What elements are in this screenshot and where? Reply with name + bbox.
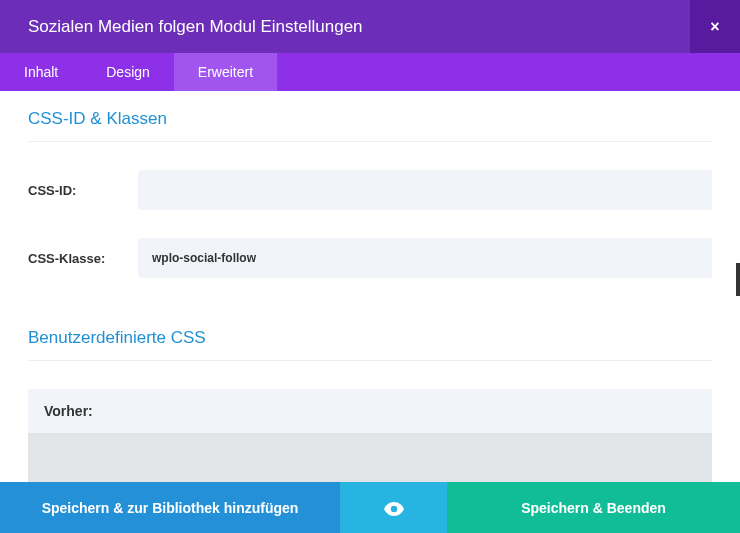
content-area: CSS-ID & Klassen CSS-ID: CSS-Klasse: Ben… [0, 91, 740, 482]
css-before-label: Vorher: [28, 389, 712, 433]
css-class-label: CSS-Klasse: [28, 251, 138, 266]
close-button[interactable]: × [690, 0, 740, 53]
eye-icon [384, 502, 404, 514]
section-heading-custom-css: Benutzerdefinierte CSS [28, 328, 712, 361]
scrollbar-thumb[interactable] [736, 263, 740, 296]
field-css-class: CSS-Klasse: [28, 238, 712, 278]
close-icon: × [710, 18, 719, 36]
preview-button[interactable] [340, 482, 447, 533]
modal-title: Sozialen Medien folgen Modul Einstellung… [0, 17, 690, 37]
css-before-textarea[interactable] [28, 433, 712, 482]
css-before-block: Vorher: [28, 389, 712, 482]
css-id-label: CSS-ID: [28, 183, 138, 198]
css-id-input[interactable] [138, 170, 712, 210]
field-css-id: CSS-ID: [28, 170, 712, 210]
section-heading-css-id-classes: CSS-ID & Klassen [28, 109, 712, 142]
save-and-exit-button[interactable]: Speichern & Beenden [447, 482, 740, 533]
tab-design[interactable]: Design [82, 53, 174, 91]
modal-header: Sozialen Medien folgen Modul Einstellung… [0, 0, 740, 53]
save-to-library-button[interactable]: Speichern & zur Bibliothek hinzufügen [0, 482, 340, 533]
modal-footer: Speichern & zur Bibliothek hinzufügen Sp… [0, 482, 740, 533]
css-class-input[interactable] [138, 238, 712, 278]
tab-advanced[interactable]: Erweitert [174, 53, 277, 91]
tab-content[interactable]: Inhalt [0, 53, 82, 91]
svg-point-0 [390, 505, 396, 511]
tabs-bar: Inhalt Design Erweitert [0, 53, 740, 91]
